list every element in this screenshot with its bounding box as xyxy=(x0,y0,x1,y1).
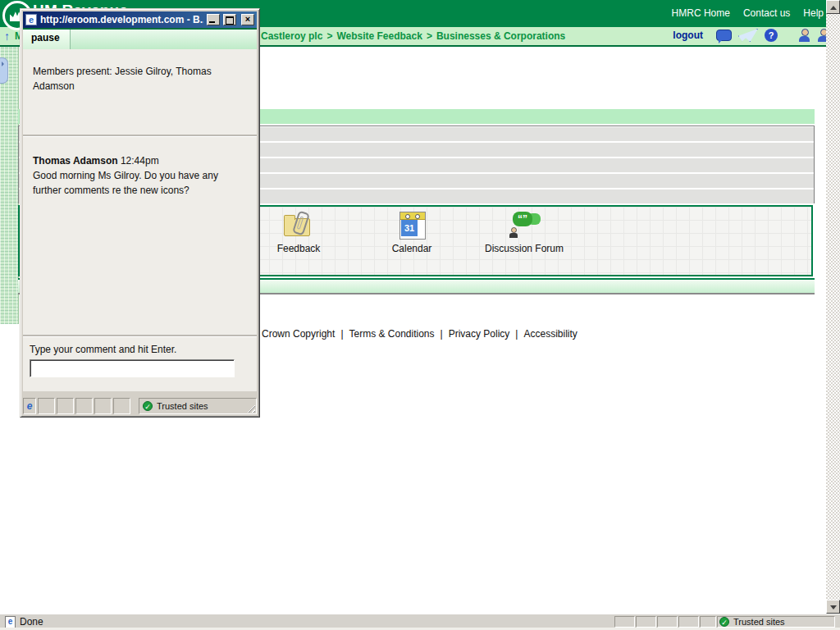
trusted-check-icon: ✓ xyxy=(719,617,729,627)
footer-separator: | xyxy=(515,328,518,340)
chat-message: Thomas Adamson 12:44pm xyxy=(33,153,247,168)
popup-status-cell xyxy=(38,398,55,414)
breadcrumb-separator: > xyxy=(427,30,432,42)
members-present-panel: Members present: Jessie Gilroy, Thomas A… xyxy=(23,49,257,135)
minimize-button[interactable] xyxy=(207,14,220,25)
maximize-button[interactable] xyxy=(223,14,236,25)
security-zone-text: Trusted sites xyxy=(733,617,785,627)
link-contact-us[interactable]: Contact us xyxy=(743,7,790,19)
popup-security-zone-text: Trusted sites xyxy=(157,401,208,411)
window-face-gap xyxy=(23,391,257,398)
popup-status-icon-cell: e xyxy=(23,398,36,414)
item-label[interactable]: Feedback xyxy=(253,243,344,254)
chat-log: Thomas Adamson 12:44pm Good morning Ms G… xyxy=(23,137,257,335)
footer-links: Crown Copyright|Terms & Conditions|Priva… xyxy=(262,328,578,340)
comment-input[interactable] xyxy=(30,359,235,377)
vertical-scrollbar[interactable] xyxy=(826,0,840,614)
header-links: HMRC Home Contact us Help xyxy=(672,7,824,19)
logout-link[interactable]: logout xyxy=(673,30,703,41)
popup-security-zone: ✓ Trusted sites xyxy=(139,398,257,414)
popup-status-cell xyxy=(94,398,112,414)
send-plane-icon[interactable] xyxy=(738,29,758,42)
chat-author: Thomas Adamson xyxy=(33,155,118,167)
comment-input-label: Type your comment and hit Enter. xyxy=(30,344,257,355)
feedback-paperclip-icon xyxy=(282,212,315,240)
browser-status-bar: e Done ✓ Trusted sites xyxy=(0,614,840,628)
chat-popup-window: e http://eroom.development.com - B... × … xyxy=(20,8,260,418)
breadcrumb-item-castleroy[interactable]: Castleroy plc xyxy=(261,30,322,42)
popup-title-bar[interactable]: e http://eroom.development.com - B... × xyxy=(23,11,257,28)
footer-link-accessibility[interactable]: Accessibility xyxy=(523,328,577,340)
status-done-text: Done xyxy=(20,616,43,628)
status-cell xyxy=(678,616,699,628)
chat-time: 12:44pm xyxy=(121,155,159,167)
help-question-icon[interactable]: ? xyxy=(765,29,778,42)
popup-status-cell xyxy=(57,398,74,414)
link-help[interactable]: Help xyxy=(803,7,824,19)
close-button[interactable]: × xyxy=(241,14,254,25)
pause-button[interactable]: pause xyxy=(23,30,71,49)
footer-link-privacy[interactable]: Privacy Policy xyxy=(449,328,510,340)
item-label[interactable]: Calendar xyxy=(367,243,457,254)
comment-input-area: Type your comment and hit Enter. xyxy=(23,337,257,391)
popup-status-cell xyxy=(113,398,130,414)
status-cell xyxy=(700,616,716,628)
item-discussion-forum[interactable]: “” Discussion Forum xyxy=(479,212,569,254)
link-hmrc-home[interactable]: HMRC Home xyxy=(672,7,730,19)
pause-bar: pause xyxy=(23,28,257,49)
members-present-text: Members present: Jessie Gilroy, Thomas A… xyxy=(33,64,230,94)
scroll-up-button[interactable] xyxy=(826,0,840,14)
popup-status-bar: e ✓ Trusted sites xyxy=(23,398,257,414)
breadcrumb: Castleroy plc>Website Feedback>Businesse… xyxy=(261,30,565,42)
status-cell xyxy=(636,616,656,628)
breadcrumb-separator: > xyxy=(326,30,332,42)
item-calendar[interactable]: 31 Calendar xyxy=(367,212,457,254)
security-zone: ✓ Trusted sites xyxy=(717,616,835,628)
item-label[interactable]: Discussion Forum xyxy=(479,243,569,254)
member-person-icon[interactable] xyxy=(799,29,810,42)
status-cell xyxy=(614,616,635,628)
scroll-down-button[interactable] xyxy=(826,600,840,614)
sidebar-expander-tab[interactable] xyxy=(0,57,8,84)
screen: HMRC Home Contact us Help HM Revenue ↑ M… xyxy=(0,0,840,630)
footer-link-terms[interactable]: Terms & Conditions xyxy=(349,328,435,340)
footer-separator: | xyxy=(340,328,343,340)
trusted-check-icon: ✓ xyxy=(143,401,153,411)
ie-icon: e xyxy=(25,14,37,25)
chat-message-text: Good morning Ms Gilroy. Do you have any … xyxy=(33,168,240,198)
breadcrumb-actions: logout ? xyxy=(673,29,829,42)
popup-status-cell xyxy=(75,398,93,414)
ie-icon: e xyxy=(27,400,33,412)
calendar-icon: 31 xyxy=(395,212,428,240)
popup-title: http://eroom.development.com - B... xyxy=(40,14,203,25)
item-feedback[interactable]: Feedback xyxy=(253,212,344,254)
resize-grip[interactable] xyxy=(245,403,255,413)
page-icon: e xyxy=(5,616,16,628)
footer-separator: | xyxy=(441,328,443,340)
sidebar-strip xyxy=(0,47,19,324)
breadcrumb-item-businesses[interactable]: Businesses & Corporations xyxy=(436,30,565,42)
discussion-bubbles-icon: “” xyxy=(508,212,541,240)
breadcrumb-item-website-feedback[interactable]: Website Feedback xyxy=(336,30,422,42)
up-arrow-icon[interactable]: ↑ xyxy=(4,30,10,43)
chat-bubble-icon[interactable] xyxy=(716,30,732,41)
status-cell xyxy=(657,616,678,628)
footer-link-crown-copyright[interactable]: Crown Copyright xyxy=(262,328,335,340)
